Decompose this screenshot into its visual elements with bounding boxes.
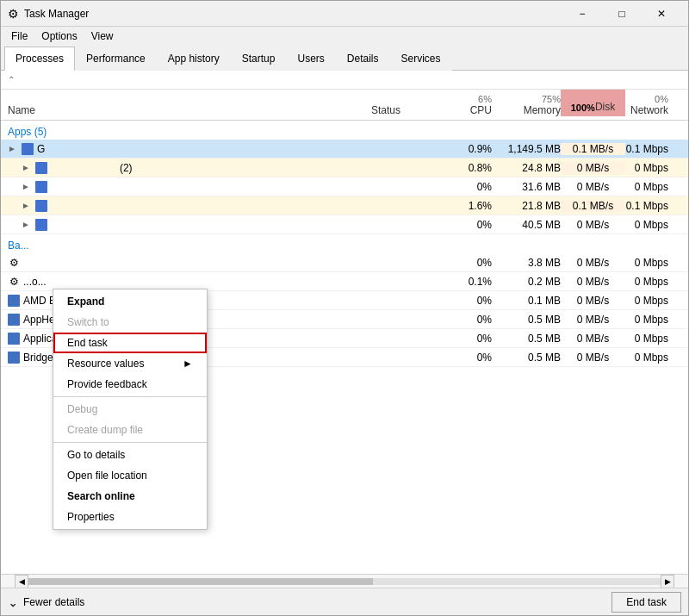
process-cpu: 1.6% xyxy=(440,200,492,212)
process-memory: 3.8 MB xyxy=(492,257,561,269)
tab-details[interactable]: Details xyxy=(336,47,390,71)
service-icon xyxy=(8,295,20,307)
scrollbar-right-btn[interactable]: ▶ xyxy=(661,575,674,588)
tab-processes[interactable]: Processes xyxy=(4,47,75,71)
gear-icon: ⚙ xyxy=(8,257,20,269)
col-header-memory[interactable]: 75% Memory xyxy=(492,94,561,116)
ctx-go-to-details[interactable]: Go to details xyxy=(53,445,207,465)
process-cpu: 0% xyxy=(440,295,492,307)
menu-options[interactable]: Options xyxy=(34,28,84,44)
scrollbar-left-btn[interactable]: ◀ xyxy=(15,575,28,588)
table-row[interactable]: ► 1.6% 21.8 MB 0.1 MB/s 0.1 Mbps xyxy=(1,196,688,215)
ctx-expand[interactable]: Expand xyxy=(53,291,207,312)
process-disk: 0 MB/s xyxy=(561,162,625,174)
tab-services[interactable]: Services xyxy=(390,47,452,71)
column-headers: Name Status 6% CPU 75% Memory 100% Disk … xyxy=(1,90,688,121)
process-disk: 0 MB/s xyxy=(561,314,625,326)
ctx-separator xyxy=(53,396,207,397)
service-icon xyxy=(8,352,20,364)
ctx-search-online[interactable]: Search online xyxy=(53,486,207,507)
ctx-end-task[interactable]: End task xyxy=(53,333,207,353)
process-memory: 1,149.5 MB xyxy=(492,143,561,155)
menu-file[interactable]: File xyxy=(4,28,34,44)
process-memory: 21.8 MB xyxy=(492,200,561,212)
app-icon xyxy=(22,143,34,155)
expand-arrow-icon: ► xyxy=(22,220,30,229)
ctx-separator-2 xyxy=(53,442,207,443)
process-cpu: 0% xyxy=(440,333,492,345)
process-cpu: 0.1% xyxy=(440,276,492,288)
process-memory: 0.5 MB xyxy=(492,352,561,364)
process-cpu: 0% xyxy=(440,181,492,193)
process-disk: 0 MB/s xyxy=(561,333,625,345)
menu-bar: File Options View xyxy=(1,27,688,46)
sort-chevron-icon[interactable]: ⌃ xyxy=(8,75,15,84)
table-row[interactable]: ⚙ 0% 3.8 MB 0 MB/s 0 Mbps xyxy=(1,253,688,272)
process-network: 0 Mbps xyxy=(625,162,686,174)
ctx-provide-feedback[interactable]: Provide feedback xyxy=(53,374,207,395)
submenu-arrow-icon: ► xyxy=(183,358,193,370)
process-name: ...o... xyxy=(23,276,47,288)
table-row[interactable]: ► (2) 0.8% 24.8 MB 0 MB/s 0 Mbps xyxy=(1,159,688,177)
end-task-button[interactable]: End task xyxy=(611,592,681,613)
process-cpu: 0% xyxy=(440,257,492,269)
process-network: 0 Mbps xyxy=(625,257,686,269)
sort-bar: ⌃ xyxy=(1,71,688,90)
tab-users[interactable]: Users xyxy=(286,47,335,71)
app-icon xyxy=(35,181,47,193)
col-header-name[interactable]: Name xyxy=(1,104,371,116)
section-background: Ba... xyxy=(1,234,688,253)
close-button[interactable]: ✕ xyxy=(642,1,681,27)
process-network: 0.1 Mbps xyxy=(625,143,686,155)
fewer-details-button[interactable]: ⌃ Fewer details xyxy=(8,595,84,609)
process-memory: 0.1 MB xyxy=(492,295,561,307)
service-icon xyxy=(8,314,20,326)
process-disk: 0.1 MB/s xyxy=(561,143,625,155)
process-table[interactable]: Apps (5) ► G 0.9% 1,149.5 MB 0.1 MB/s 0.… xyxy=(1,121,688,574)
tab-performance[interactable]: Performance xyxy=(75,47,157,71)
process-disk: 0 MB/s xyxy=(561,276,625,288)
ctx-open-file-location[interactable]: Open file location xyxy=(53,465,207,486)
process-memory: 0.5 MB xyxy=(492,314,561,326)
fewer-details-label: Fewer details xyxy=(23,596,84,608)
process-network: 0 Mbps xyxy=(625,181,686,193)
app-icon xyxy=(35,162,47,174)
horizontal-scrollbar[interactable]: ◀ ▶ xyxy=(1,574,688,588)
service-icon xyxy=(8,333,20,345)
col-header-status[interactable]: Status xyxy=(371,104,440,116)
ctx-switch-to: Switch to xyxy=(53,312,207,333)
context-menu: Expand Switch to End task Resource value… xyxy=(53,289,208,530)
col-header-network[interactable]: 0% Network xyxy=(625,94,686,116)
process-network: 0.1 Mbps xyxy=(625,200,686,212)
table-row[interactable]: ► G 0.9% 1,149.5 MB 0.1 MB/s 0.1 Mbps xyxy=(1,140,688,159)
gear-icon: ⚙ xyxy=(8,276,20,288)
tab-app-history[interactable]: App history xyxy=(157,47,231,71)
col-header-cpu[interactable]: 6% CPU xyxy=(440,94,492,116)
col-header-disk[interactable]: 100% Disk xyxy=(561,90,625,116)
process-disk: 0 MB/s xyxy=(561,295,625,307)
scrollbar-track[interactable] xyxy=(28,578,661,585)
table-row[interactable]: ► 0% 40.5 MB 0 MB/s 0 Mbps xyxy=(1,215,688,234)
expand-arrow-icon: ► xyxy=(22,201,30,210)
process-disk: 0.1 MB/s xyxy=(561,200,625,212)
app-title: Task Manager xyxy=(24,8,89,20)
process-cpu: 0.9% xyxy=(440,143,492,155)
ctx-resource-values[interactable]: Resource values ► xyxy=(53,353,207,374)
process-cpu: 0% xyxy=(440,314,492,326)
tab-startup[interactable]: Startup xyxy=(231,47,287,71)
menu-view[interactable]: View xyxy=(84,28,121,44)
maximize-button[interactable]: □ xyxy=(602,1,642,27)
ctx-debug: Debug xyxy=(53,399,207,420)
scrollbar-thumb[interactable] xyxy=(28,578,373,585)
process-cpu: 0.8% xyxy=(440,162,492,174)
ctx-properties[interactable]: Properties xyxy=(53,507,207,527)
title-bar: ⚙ Task Manager − □ ✕ xyxy=(1,1,688,27)
ctx-create-dump: Create dump file xyxy=(53,420,207,440)
minimize-button[interactable]: − xyxy=(562,1,602,27)
expand-arrow-icon: ► xyxy=(22,163,30,172)
table-row[interactable]: ► 0% 31.6 MB 0 MB/s 0 Mbps xyxy=(1,177,688,196)
main-content: ⌃ Name Status 6% CPU 75% Memory 100% Dis… xyxy=(1,71,688,574)
process-memory: 0.2 MB xyxy=(492,276,561,288)
tab-bar: Processes Performance App history Startu… xyxy=(1,46,688,71)
app-icon xyxy=(35,219,47,231)
